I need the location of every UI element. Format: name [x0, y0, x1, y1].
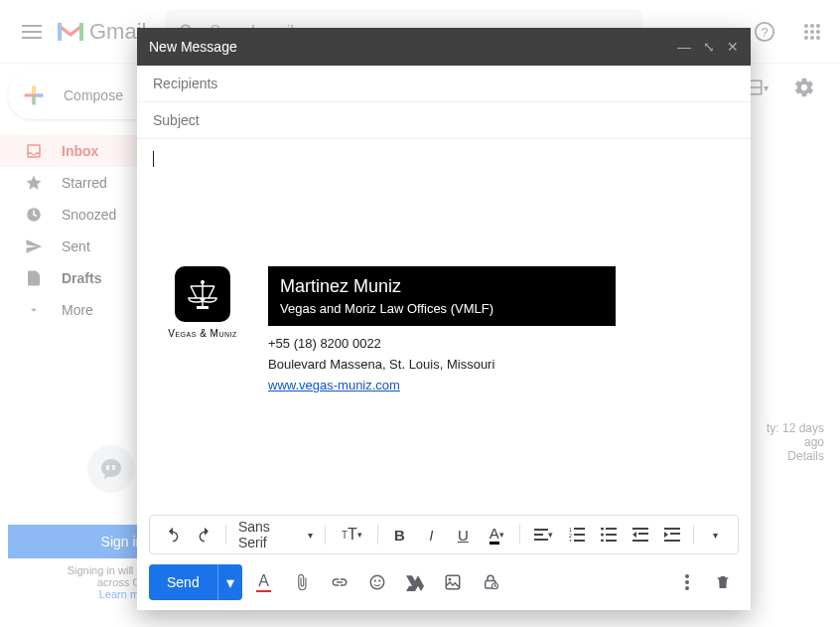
text-color-icon[interactable]: A▾	[480, 520, 513, 549]
subject-field[interactable]	[137, 102, 751, 139]
email-signature: Vegas & Muniz Martinez Muniz Vegas and M…	[153, 266, 735, 392]
svg-text:3: 3	[569, 539, 572, 542]
compose-titlebar[interactable]: New Message — ⤡ ✕	[137, 28, 751, 66]
bold-icon[interactable]: B	[384, 520, 414, 549]
svg-point-30	[373, 579, 375, 581]
compose-window: New Message — ⤡ ✕ Recipients Vegas & Mun…	[137, 28, 751, 610]
signature-logo-icon	[175, 266, 230, 322]
signature-website-link[interactable]: www.vegas-muniz.com	[268, 378, 400, 392]
trash-icon[interactable]	[707, 566, 739, 598]
image-icon[interactable]	[437, 566, 469, 598]
minimize-icon[interactable]: —	[677, 39, 691, 55]
font-size-icon[interactable]: TT▾	[332, 520, 371, 549]
svg-point-26	[601, 528, 604, 531]
undo-icon[interactable]	[158, 520, 188, 549]
underline-icon[interactable]: U	[448, 520, 478, 549]
more-options-icon[interactable]	[671, 566, 703, 598]
redo-icon[interactable]	[190, 520, 219, 549]
italic-icon[interactable]: I	[416, 520, 446, 549]
confidential-icon[interactable]	[475, 566, 506, 598]
svg-rect-32	[446, 575, 460, 589]
svg-rect-22	[197, 306, 209, 309]
send-options-icon[interactable]: ▾	[218, 564, 242, 600]
svg-point-38	[685, 586, 689, 590]
signature-company: Vegas and Moriz Law Offices (VMLF)	[280, 301, 604, 316]
svg-point-33	[448, 578, 451, 581]
indent-less-icon[interactable]	[626, 520, 655, 549]
svg-point-28	[601, 540, 604, 543]
compose-title: New Message	[149, 39, 237, 55]
indent-more-icon[interactable]	[657, 520, 687, 549]
font-family-select[interactable]: Sans Serif▾	[232, 519, 320, 550]
signature-logo-caption: Vegas & Muniz	[153, 328, 252, 339]
expand-icon[interactable]: ⤡	[703, 39, 715, 55]
svg-point-37	[685, 580, 689, 584]
numbered-list-icon[interactable]: 123	[562, 520, 592, 549]
compose-body[interactable]: Vegas & Muniz Martinez Muniz Vegas and M…	[137, 139, 751, 515]
svg-point-27	[601, 534, 604, 537]
signature-phone: +55 (18) 8200 0022	[268, 336, 735, 351]
formatting-toggle-icon[interactable]: A	[248, 566, 280, 598]
svg-point-29	[370, 575, 384, 589]
svg-point-31	[378, 579, 380, 581]
signature-name: Martinez Muniz	[280, 276, 604, 297]
align-icon[interactable]: ▾	[526, 520, 560, 549]
drive-icon[interactable]	[399, 566, 431, 598]
bullet-list-icon[interactable]	[594, 520, 624, 549]
send-button[interactable]: Send ▾	[149, 564, 242, 600]
signature-address: Boulevard Massena, St. Louis, Missouri	[268, 357, 735, 372]
subject-input[interactable]	[153, 112, 735, 128]
compose-footer: Send ▾ A	[137, 554, 751, 610]
emoji-icon[interactable]	[361, 566, 393, 598]
recipients-field[interactable]: Recipients	[137, 66, 751, 102]
svg-point-21	[201, 280, 205, 284]
more-format-icon[interactable]: ▾	[700, 520, 730, 549]
text-cursor	[153, 151, 735, 167]
close-icon[interactable]: ✕	[727, 39, 739, 55]
format-toolbar: Sans Serif▾ TT▾ B I U A▾ ▾ 123 ▾	[149, 515, 739, 554]
link-icon[interactable]	[324, 566, 355, 598]
svg-point-36	[685, 574, 689, 578]
attach-icon[interactable]	[286, 566, 318, 598]
